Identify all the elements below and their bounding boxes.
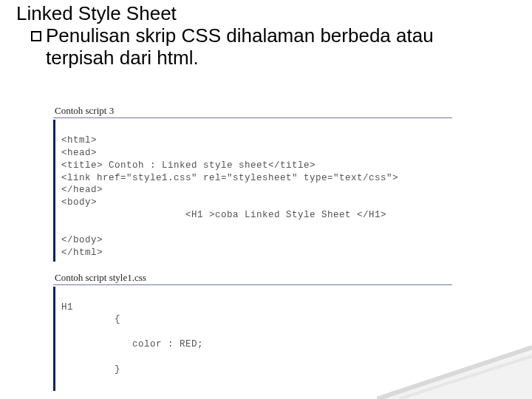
code-line: <H1 >coba Linked Style Sheet </H1> — [61, 209, 452, 222]
bullet-box-icon — [31, 31, 41, 41]
code-block-css: H1 { color : RED; } — [53, 287, 452, 391]
code-caption-1: Contoh script 3 — [55, 105, 452, 117]
code-line: <link href="style1.css" rel="stylesheet"… — [61, 173, 398, 183]
code-line: } — [61, 364, 452, 376]
code-line: color : RED; — [61, 338, 452, 351]
divider — [53, 117, 452, 118]
code-line: <body> — [61, 197, 97, 208]
page-title: Linked Style Sheet — [0, 0, 532, 25]
figure-area: Contoh script 3 <html> <head> <title> Co… — [53, 105, 452, 399]
code-line: </body> — [61, 235, 103, 245]
code-line: <html> — [61, 135, 97, 146]
code-line: <title> Contoh : Linked style sheet</tit… — [61, 160, 316, 171]
bullet-item: Penulisan skrip CSS dihalaman berbeda at… — [0, 25, 532, 69]
code-caption-2: Contoh script style1.css — [55, 272, 452, 284]
code-line: </html> — [61, 248, 103, 258]
code-line: H1 — [61, 302, 73, 313]
code-line: <head> — [61, 148, 97, 158]
divider — [53, 284, 452, 285]
code-line: </head> — [61, 185, 103, 195]
code-line: { — [61, 313, 452, 326]
bullet-text: Penulisan skrip CSS dihalaman berbeda at… — [46, 25, 495, 69]
code-block-html: <html> <head> <title> Contoh : Linked st… — [53, 120, 452, 262]
